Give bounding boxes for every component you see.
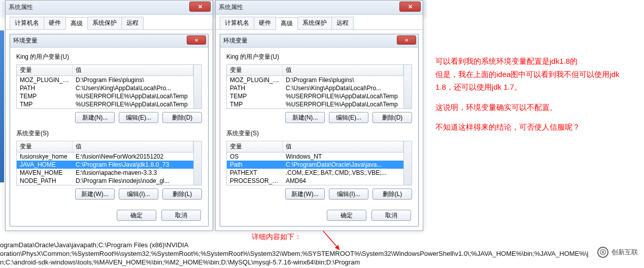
ok-button[interactable]: 确定 bbox=[327, 210, 366, 221]
sysprops-title: 系统属性 bbox=[9, 3, 33, 12]
col-val[interactable]: 值 bbox=[283, 65, 403, 75]
new-user-var-button[interactable]: 新建(N)... bbox=[75, 112, 115, 123]
list-row[interactable]: fusionskye_homeE:\fusion\NewForWork20151… bbox=[17, 152, 193, 161]
tab-advanced[interactable]: 高级 bbox=[65, 17, 88, 30]
close-icon: ✕ bbox=[194, 37, 198, 43]
tab-computername[interactable]: 计算机名 bbox=[10, 17, 44, 29]
tab-hardware[interactable]: 硬件 bbox=[44, 17, 66, 29]
sysprops-tabs: 计算机名 硬件 高级 系统保护 远程 bbox=[216, 15, 423, 30]
col-val[interactable]: 值 bbox=[73, 141, 193, 152]
watermark-logo: ⓧ 创新互联 bbox=[597, 247, 638, 258]
col-var[interactable]: 变量 bbox=[17, 65, 73, 75]
list-row[interactable]: TMP%USERPROFILE%\AppData\Local\Temp bbox=[227, 100, 403, 108]
sysprops-titlebar[interactable]: 系统属性 ✕ bbox=[6, 1, 213, 15]
ok-button[interactable]: 确定 bbox=[117, 210, 156, 221]
list-row-selected[interactable]: PathC:\ProgramData\Oracle\Java\java... bbox=[227, 161, 403, 169]
edit-user-var-button[interactable]: 编辑(E)... bbox=[329, 112, 368, 123]
sys-vars-list[interactable]: 变量 值 fusionskye_homeE:\fusion\NewForWork… bbox=[16, 141, 202, 185]
tab-computername[interactable]: 计算机名 bbox=[220, 17, 254, 29]
list-row[interactable]: PATHC:\Users\King\AppData\Local\Pro... bbox=[17, 84, 193, 92]
annotation-detail-label: 详细内容如下： bbox=[252, 233, 301, 242]
path-line: ogramData\Oracle\Java\javapath;C:\Progra… bbox=[0, 241, 644, 250]
path-text-block: ogramData\Oracle\Java\javapath;C:\Progra… bbox=[0, 241, 644, 268]
edit-user-var-button[interactable]: 编辑(E)... bbox=[119, 112, 158, 123]
tab-sysprotect[interactable]: 系统保护 bbox=[87, 17, 122, 29]
sysprops-tabs: 计算机名 硬件 高级 系统保护 远程 bbox=[6, 15, 213, 30]
logo-icon: ⓧ bbox=[597, 247, 608, 258]
new-user-var-button[interactable]: 新建(N)... bbox=[285, 112, 325, 123]
list-row[interactable]: TEMP%USERPROFILE%\AppData\Local\Temp bbox=[17, 92, 193, 100]
list-row-selected[interactable]: JAVA_HOMEC:\Program Files\Java\jdk1.8.0_… bbox=[17, 161, 193, 169]
list-row[interactable]: OSWindows_NT bbox=[227, 152, 403, 161]
new-sys-var-button[interactable]: 新建(W)... bbox=[285, 188, 325, 200]
close-button[interactable]: ✕ bbox=[399, 2, 421, 12]
logo-text: 创新互联 bbox=[612, 248, 638, 257]
envvars-title: 环境变量 bbox=[223, 36, 248, 45]
list-row[interactable]: TMP%USERPROFILE%\AppData\Local\Temp bbox=[17, 100, 193, 108]
sysprops-titlebar[interactable]: 系统属性 ✕ bbox=[216, 1, 423, 15]
delete-user-var-button[interactable]: 删除(D) bbox=[162, 112, 202, 123]
user-vars-list[interactable]: 变量 值 MOZ_PLUGIN_PATHD:\Program Files\plu… bbox=[16, 64, 202, 109]
delete-sys-var-button[interactable]: 删除(L) bbox=[372, 188, 412, 200]
list-row[interactable]: TEMP%USERPROFILE%\AppData\Local\Temp bbox=[227, 92, 403, 100]
col-var[interactable]: 变量 bbox=[17, 141, 73, 152]
col-var[interactable]: 变量 bbox=[227, 141, 283, 152]
tab-advanced[interactable]: 高级 bbox=[276, 17, 298, 30]
user-vars-label: King 的用户变量(U) bbox=[16, 53, 202, 61]
envvars-title: 环境变量 bbox=[13, 36, 38, 45]
cancel-button[interactable]: 取消 bbox=[371, 210, 411, 221]
col-val[interactable]: 值 bbox=[73, 65, 193, 75]
scrollbar[interactable] bbox=[193, 141, 201, 185]
list-row[interactable]: MAVEN_HOMEE:\fusion\apache-maven-3.3.3 bbox=[17, 169, 193, 177]
path-line: n;C:\android-sdk-windows\tools;%MAVEN_HO… bbox=[0, 258, 644, 267]
scrollbar[interactable] bbox=[193, 65, 201, 108]
sysprops-title: 系统属性 bbox=[219, 3, 243, 12]
close-icon: ✕ bbox=[198, 4, 202, 10]
edit-sys-var-button[interactable]: 编辑(I)... bbox=[119, 188, 158, 200]
scrollbar[interactable] bbox=[403, 141, 412, 185]
edit-sys-var-button[interactable]: 编辑(I)... bbox=[329, 188, 368, 200]
envvars-titlebar[interactable]: 环境变量 ✕ bbox=[10, 34, 208, 48]
list-row[interactable]: PATHEXT.COM;.EXE;.BAT;.CMD;.VBS;.VBE;... bbox=[227, 169, 403, 177]
list-row[interactable]: MOZ_PLUGIN_PATHD:\Program Files\plugins\ bbox=[227, 76, 403, 84]
list-row[interactable]: PATHC:\Users\King\AppData\Local\Pro... bbox=[227, 84, 403, 92]
tab-remote[interactable]: 远程 bbox=[121, 17, 144, 29]
close-button[interactable]: ✕ bbox=[187, 35, 206, 45]
cancel-button[interactable]: 取消 bbox=[161, 210, 201, 221]
list-row[interactable]: PROCESSOR_AR...AMD64 bbox=[227, 177, 403, 185]
list-row[interactable]: NODE_PATHD:\Program Files\nodejs\node_gl… bbox=[17, 177, 193, 185]
envvars-titlebar[interactable]: 环境变量 ✕ bbox=[220, 34, 418, 48]
list-row[interactable]: MOZ_PLUGIN_PATHD:\Program Files\plugins\ bbox=[17, 76, 193, 84]
close-icon: ✕ bbox=[408, 4, 413, 10]
delete-user-var-button[interactable]: 删除(D) bbox=[372, 112, 412, 123]
col-var[interactable]: 变量 bbox=[227, 65, 283, 75]
col-val[interactable]: 值 bbox=[283, 141, 403, 152]
close-icon: ✕ bbox=[404, 37, 409, 43]
user-vars-list[interactable]: 变量 值 MOZ_PLUGIN_PATHD:\Program Files\plu… bbox=[226, 64, 412, 109]
sys-vars-label: 系统变量(S) bbox=[226, 129, 412, 138]
close-button[interactable]: ✕ bbox=[189, 2, 211, 12]
user-vars-label: King 的用户变量(U) bbox=[226, 53, 412, 61]
path-line: oration\PhysX\Common;%SystemRoot%\system… bbox=[0, 250, 644, 258]
sys-vars-list[interactable]: 变量 值 OSWindows_NT PathC:\ProgramData\Ora… bbox=[226, 141, 412, 185]
tab-remote[interactable]: 远程 bbox=[331, 17, 354, 29]
scrollbar[interactable] bbox=[403, 65, 412, 108]
tab-sysprotect[interactable]: 系统保护 bbox=[297, 17, 332, 29]
close-button[interactable]: ✕ bbox=[397, 35, 416, 45]
sysprops-dialog-left: 系统属性 ✕ 计算机名 硬件 高级 系统保护 远程 环境变量 ✕ King 的用… bbox=[5, 0, 213, 231]
envvars-dialog-left: 环境变量 ✕ King 的用户变量(U) 变量 值 MOZ_PLUGIN_PAT… bbox=[10, 34, 209, 226]
new-sys-var-button[interactable]: 新建(W)... bbox=[75, 188, 115, 200]
envvars-dialog-right: 环境变量 ✕ King 的用户变量(U) 变量 值 MOZ_PLUGIN_PAT… bbox=[220, 34, 419, 226]
sys-vars-label: 系统变量(S) bbox=[16, 129, 202, 138]
tab-hardware[interactable]: 硬件 bbox=[254, 17, 276, 29]
delete-sys-var-button[interactable]: 删除(L) bbox=[162, 188, 202, 200]
sysprops-dialog-right: 系统属性 ✕ 计算机名 硬件 高级 系统保护 远程 环境变量 ✕ King 的用… bbox=[215, 0, 423, 231]
